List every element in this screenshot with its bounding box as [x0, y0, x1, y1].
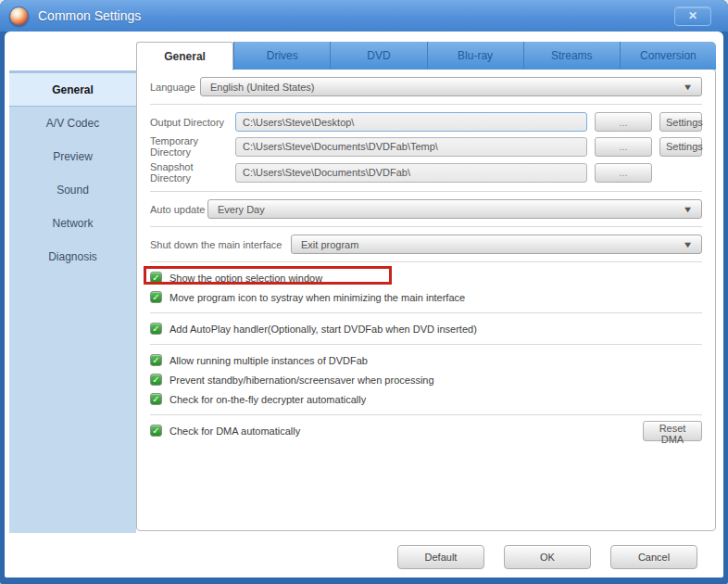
output-browse-button[interactable]: ... [595, 112, 652, 132]
temporary-directory-input[interactable] [235, 137, 587, 157]
temporary-directory-label: Temporary Directory [150, 135, 235, 158]
temporary-directory-row: Temporary Directory ... Settings [150, 135, 702, 158]
tab-conversion[interactable]: Conversion [620, 42, 716, 70]
language-label: Language [150, 82, 200, 93]
sidebar-item-preview[interactable]: Preview [9, 140, 136, 173]
checkbox-prevent-standby[interactable]: ✓ [150, 374, 162, 386]
checkbox-label: Check for DMA automatically [169, 425, 300, 437]
checkbox-label: Allow running multiple instances of DVDF… [169, 355, 368, 366]
checkbox-otf-decrypter[interactable]: ✓ [150, 393, 162, 405]
output-directory-row: Output Directory ... Settings [150, 112, 702, 132]
window-body: General Drives DVD Blu-ray Streams Conve… [5, 32, 723, 578]
check-icon: ✓ [152, 273, 159, 283]
settings-window: Common Settings ✕ General Drives DVD Blu… [0, 0, 728, 584]
language-row: Language English (United States) ▼ [150, 77, 702, 96]
output-directory-label: Output Directory [150, 117, 235, 128]
checkbox-multiple-instances[interactable]: ✓ [150, 354, 162, 366]
checkbox-show-option-selection[interactable]: ✓ [150, 272, 162, 284]
checkbox-label: Show the option selection window [169, 273, 322, 284]
temporary-browse-button[interactable]: ... [595, 137, 652, 157]
close-icon: ✕ [688, 9, 697, 22]
chevron-down-icon: ▼ [683, 205, 694, 214]
checkbox-systray[interactable]: ✓ [150, 291, 162, 303]
separator [150, 104, 702, 105]
sidebar-item-general[interactable]: General [9, 73, 136, 107]
chevron-down-icon: ▼ [683, 83, 694, 92]
language-select[interactable]: English (United States) ▼ [200, 77, 702, 96]
chevron-down-icon: ▼ [683, 240, 694, 249]
shutdown-select[interactable]: Exit program ▼ [291, 235, 702, 254]
checkbox-row-systray: ✓ Move program icon to systray when mini… [150, 289, 702, 305]
checkbox-row-multiple-instances: ✓ Allow running multiple instances of DV… [150, 352, 702, 368]
sidebar-item-av-codec[interactable]: A/V Codec [9, 107, 136, 140]
checkbox-row-show-option-selection: ✓ Show the option selection window [150, 270, 702, 286]
separator [150, 191, 702, 192]
auto-update-label: Auto update [150, 204, 207, 215]
auto-update-row: Auto update Every Day ▼ [150, 199, 702, 219]
auto-update-select[interactable]: Every Day ▼ [207, 199, 702, 219]
reset-dma-button[interactable]: Reset DMA [643, 421, 702, 441]
checkbox-label: Add AutoPlay handler(Optionally, start D… [169, 324, 477, 335]
check-icon: ✓ [152, 324, 159, 334]
auto-update-select-value: Every Day [218, 204, 265, 215]
check-icon: ✓ [152, 292, 159, 302]
separator [150, 261, 702, 262]
tab-streams[interactable]: Streams [523, 42, 620, 70]
sidebar-item-sound[interactable]: Sound [9, 173, 136, 207]
tab-blu-ray[interactable]: Blu-ray [427, 42, 523, 70]
snapshot-browse-button[interactable]: ... [595, 163, 652, 183]
check-icon: ✓ [152, 375, 159, 385]
snapshot-directory-row: Snapshot Directory ... [150, 161, 702, 184]
sidebar-item-diagnosis[interactable]: Diagnosis [9, 240, 136, 273]
shutdown-select-value: Exit program [301, 239, 358, 250]
checkbox-row-autoplay: ✓ Add AutoPlay handler(Optionally, start… [150, 321, 702, 336]
check-icon: ✓ [152, 355, 159, 365]
temporary-settings-button[interactable]: Settings [659, 137, 702, 157]
dvdfab-logo-icon [9, 6, 29, 26]
footer: Default OK Cancel [136, 545, 716, 569]
checkbox-autoplay[interactable]: ✓ [150, 323, 162, 335]
checkbox-row-otf-decrypter: ✓ Check for on-the-fly decrypter automat… [150, 391, 702, 407]
tab-general[interactable]: General [136, 42, 233, 70]
checkbox-dma[interactable]: ✓ [150, 425, 162, 437]
tab-bar: General Drives DVD Blu-ray Streams Conve… [136, 42, 716, 70]
sidebar-item-network[interactable]: Network [9, 207, 136, 240]
check-icon: ✓ [152, 394, 159, 404]
shutdown-row: Shut down the main interface Exit progra… [150, 235, 702, 254]
shutdown-label: Shut down the main interface [150, 239, 291, 250]
sidebar: General A/V Codec Preview Sound Network … [9, 70, 136, 533]
language-select-value: English (United States) [210, 82, 315, 93]
close-button[interactable]: ✕ [674, 6, 711, 26]
checkbox-label: Move program icon to systray when minimi… [169, 292, 465, 303]
separator [150, 414, 702, 415]
tab-drives[interactable]: Drives [233, 42, 330, 70]
title-bar: Common Settings ✕ [0, 0, 728, 32]
checkbox-row-prevent-standby: ✓ Prevent standby/hibernation/screensave… [150, 372, 702, 387]
separator [150, 226, 702, 227]
checkbox-label: Check for on-the-fly decrypter automatic… [169, 394, 366, 405]
separator [150, 312, 702, 313]
checkbox-row-dma: ✓ Check for DMA automatically Reset DMA [150, 423, 702, 438]
cancel-button[interactable]: Cancel [610, 545, 697, 569]
tab-dvd[interactable]: DVD [330, 42, 426, 70]
output-settings-button[interactable]: Settings [659, 112, 702, 132]
settings-panel: Language English (United States) ▼ Outpu… [136, 69, 716, 531]
snapshot-directory-label: Snapshot Directory [150, 161, 235, 184]
checkbox-label: Prevent standby/hibernation/screensaver … [169, 375, 434, 386]
separator [150, 344, 702, 345]
output-directory-input[interactable] [235, 112, 587, 132]
default-button[interactable]: Default [397, 545, 484, 569]
snapshot-directory-input[interactable] [235, 163, 587, 183]
window-title: Common Settings [38, 8, 141, 23]
ok-button[interactable]: OK [504, 545, 591, 569]
check-icon: ✓ [152, 425, 159, 436]
